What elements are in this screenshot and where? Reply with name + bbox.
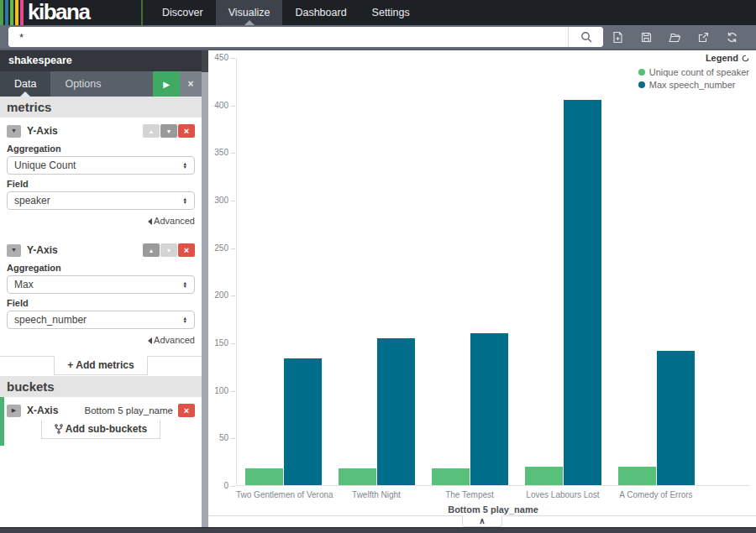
advanced-toggle[interactable]: Advanced xyxy=(7,335,195,345)
remove-metric-button[interactable]: × xyxy=(178,243,195,257)
plus-icon: + xyxy=(67,359,73,371)
x-category-label: Two Gentlemen of Verona xyxy=(236,490,330,499)
scrollbar-thumb[interactable] xyxy=(202,50,208,72)
spy-panel-toggle-button[interactable]: ∧ xyxy=(462,515,502,527)
y-tick-label: 400 xyxy=(214,101,228,110)
kibana-logo[interactable]: kibana xyxy=(0,0,141,25)
tab-dashboard[interactable]: Dashboard xyxy=(282,0,359,25)
apply-changes-button[interactable]: ▶ xyxy=(153,71,180,97)
select-spinner-icon: ▲▼ xyxy=(183,281,187,289)
bar[interactable] xyxy=(470,333,508,485)
advanced-toggle[interactable]: Advanced xyxy=(7,216,195,226)
open-visualization-button[interactable] xyxy=(660,26,689,48)
move-up-button[interactable]: ▲ xyxy=(143,124,160,138)
logo-divider xyxy=(141,0,143,25)
tab-discover[interactable]: Discover xyxy=(150,0,216,25)
fork-icon xyxy=(55,424,63,434)
add-subbuckets-button[interactable]: Add sub-buckets xyxy=(41,420,160,439)
remove-bucket-button[interactable]: × xyxy=(178,404,195,417)
editor-tabs: Data Options ▶ × xyxy=(0,71,202,97)
field-label: Field xyxy=(7,179,195,189)
advanced-arrow-icon xyxy=(148,337,152,344)
advanced-arrow-icon xyxy=(148,218,152,225)
expand-caret-icon[interactable]: ▶ xyxy=(7,405,21,417)
vis-editor-sidebar: shakespeare Data Options ▶ × metrics ▼ Y… xyxy=(0,50,202,527)
legend-label: Unique count of speaker xyxy=(649,67,749,77)
app-tabs: Discover Visualize Dashboard Settings xyxy=(150,0,423,25)
discard-changes-button[interactable]: × xyxy=(180,71,202,97)
add-metrics-row: + Add metrics xyxy=(0,356,202,376)
query-input[interactable] xyxy=(8,27,568,47)
bar[interactable] xyxy=(432,468,470,485)
move-up-button[interactable]: ▲ xyxy=(143,243,160,257)
new-document-icon xyxy=(612,31,624,44)
bar[interactable] xyxy=(657,351,695,485)
x-axis-labels: Two Gentlemen of VeronaTwelfth NightThe … xyxy=(236,490,750,502)
field-select[interactable]: speech_number ▲▼ xyxy=(7,311,195,329)
x-category-label: Loves Labours Lost xyxy=(516,490,610,499)
bar[interactable] xyxy=(284,358,322,485)
x-category-label: A Comedy of Errors xyxy=(609,490,703,499)
y-tick-mark xyxy=(231,106,235,107)
legend-header[interactable]: Legend xyxy=(638,53,749,63)
add-metrics-button[interactable]: + Add metrics xyxy=(54,356,147,375)
chevron-up-icon: ∧ xyxy=(479,516,485,525)
bar[interactable] xyxy=(245,468,283,485)
collapse-caret-icon[interactable]: ▼ xyxy=(7,244,21,257)
y-axis: 050100150200250300350400450 xyxy=(208,58,236,486)
legend-toggle-icon xyxy=(742,55,749,62)
y-tick-label: 350 xyxy=(214,148,228,157)
y-tick-label: 0 xyxy=(223,481,228,490)
y-tick-label: 300 xyxy=(214,196,228,205)
bar[interactable] xyxy=(339,468,376,485)
metric-editor-2: ▼ Y-Axis ▲ ▼ × Aggregation Max ▲▼ Field … xyxy=(0,237,202,356)
select-spinner-icon: ▲▼ xyxy=(183,162,187,170)
legend-items: Unique count of speakerMax speech_number xyxy=(638,65,749,90)
collapse-caret-icon[interactable]: ▼ xyxy=(7,125,21,138)
aggregation-label: Aggregation xyxy=(7,144,195,154)
y-tick-mark xyxy=(231,153,235,154)
spy-panel-divider: ∧ xyxy=(208,515,756,527)
new-visualization-button[interactable] xyxy=(603,26,632,48)
legend-item[interactable]: Max speech_number xyxy=(638,80,749,90)
bucket-title: X-Axis xyxy=(27,405,58,416)
query-toolbar xyxy=(0,25,756,50)
tab-settings[interactable]: Settings xyxy=(360,0,423,25)
export-icon xyxy=(697,31,710,44)
bottom-bar xyxy=(0,527,756,533)
bucket-summary: Bottom 5 play_name xyxy=(85,405,178,415)
bar[interactable] xyxy=(564,100,601,485)
y-tick-mark xyxy=(231,295,235,296)
y-tick-mark xyxy=(231,486,235,487)
aggregation-select[interactable]: Max ▲▼ xyxy=(7,275,195,294)
tab-visualize[interactable]: Visualize xyxy=(216,0,283,25)
visualization-panel: Legend Unique count of speakerMax speech… xyxy=(208,50,756,527)
aggregation-value: Max xyxy=(14,279,34,290)
remove-metric-button[interactable]: × xyxy=(178,124,195,138)
bar[interactable] xyxy=(618,467,656,485)
share-visualization-button[interactable] xyxy=(689,26,717,48)
tab-data[interactable]: Data xyxy=(0,71,50,97)
y-tick-mark xyxy=(231,58,235,59)
refresh-button[interactable] xyxy=(717,26,746,48)
main-area: shakespeare Data Options ▶ × metrics ▼ Y… xyxy=(0,50,756,527)
query-input-group xyxy=(8,27,603,47)
bar[interactable] xyxy=(377,338,415,485)
field-label: Field xyxy=(7,298,195,308)
refresh-icon xyxy=(726,31,738,44)
tab-options[interactable]: Options xyxy=(50,71,115,97)
legend-item[interactable]: Unique count of speaker xyxy=(638,67,749,77)
bar[interactable] xyxy=(525,467,563,485)
save-visualization-button[interactable] xyxy=(632,26,660,48)
toolbar-actions xyxy=(603,26,746,48)
open-folder-icon xyxy=(668,31,681,44)
x-axis-title: Bottom 5 play_name xyxy=(236,504,750,515)
legend-label: Max speech_number xyxy=(649,80,736,90)
chart-legend: Legend Unique count of speakerMax speech… xyxy=(638,53,749,91)
move-down-button[interactable]: ▼ xyxy=(160,243,177,257)
sidebar-scrollbar[interactable] xyxy=(202,50,208,527)
field-select[interactable]: speaker ▲▼ xyxy=(7,191,195,210)
search-button[interactable] xyxy=(568,27,603,47)
move-down-button[interactable]: ▼ xyxy=(160,124,177,138)
aggregation-select[interactable]: Unique Count ▲▼ xyxy=(7,156,195,175)
